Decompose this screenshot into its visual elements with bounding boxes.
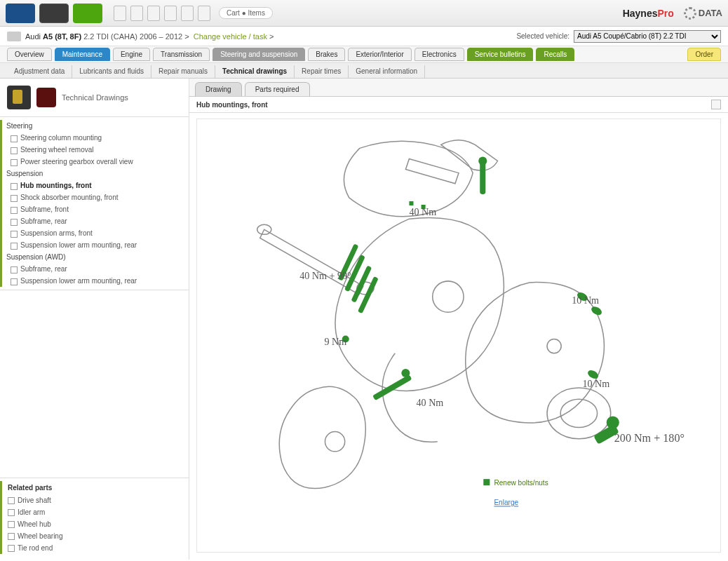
tree-item[interactable]: Suspension lower arm mounting, rear bbox=[0, 275, 189, 287]
tree-item-active[interactable]: Hub mountings, front bbox=[0, 180, 189, 191]
breadcrumb-sep: > bbox=[184, 32, 189, 41]
tab-engine[interactable]: Engine bbox=[113, 48, 150, 61]
doc-tab-parts[interactable]: Parts required bbox=[245, 82, 310, 96]
svg-rect-9 bbox=[409, 201, 413, 205]
tool-icon-6[interactable] bbox=[198, 6, 210, 21]
brand-data-text: DATA bbox=[699, 8, 722, 18]
tab-maintenance[interactable]: Maintenance bbox=[55, 48, 110, 61]
tree-item[interactable]: Subframe, rear bbox=[0, 263, 189, 275]
torque-label-c: 9 Nm bbox=[324, 336, 346, 347]
svg-point-19 bbox=[590, 305, 603, 317]
svg-point-17 bbox=[401, 369, 410, 377]
subtab-lubricants[interactable]: Lubricants and fluids bbox=[72, 65, 151, 78]
related-item[interactable]: Tie rod end bbox=[0, 542, 189, 554]
app-icon-green[interactable] bbox=[73, 4, 102, 23]
svg-rect-23 bbox=[483, 479, 490, 485]
tree-item[interactable]: Subframe, front bbox=[0, 203, 189, 215]
brand-data: DATA bbox=[684, 7, 722, 20]
svg-point-0 bbox=[433, 281, 464, 312]
tool-icon-2[interactable] bbox=[130, 6, 143, 21]
brand-haynes: HaynesPro bbox=[623, 8, 674, 19]
drawing-subicon bbox=[36, 88, 56, 107]
tab-exterior-interior[interactable]: Exterior/Interior bbox=[348, 48, 411, 61]
legend-text: Renew bolts/nuts bbox=[494, 479, 548, 487]
brand-haynes-text: Haynes bbox=[623, 8, 658, 19]
subtab-general-info[interactable]: General information bbox=[349, 65, 425, 78]
torque-label-e: 40 Nm bbox=[417, 397, 444, 408]
left-panel: Technical Drawings Steering Steering col… bbox=[0, 79, 189, 560]
tool-icons bbox=[114, 6, 210, 21]
tool-icon-5[interactable] bbox=[181, 6, 194, 21]
svg-rect-7 bbox=[480, 163, 485, 194]
doc-title: Hub mountings, front bbox=[196, 101, 268, 109]
tree-item[interactable]: Steering wheel removal bbox=[0, 144, 189, 156]
related-item[interactable]: Drive shaft bbox=[0, 494, 189, 506]
tool-icon-4[interactable] bbox=[164, 6, 177, 21]
torque-label-b: 40 Nm + 90° bbox=[299, 270, 351, 281]
tree-item[interactable]: Suspension arms, front bbox=[0, 227, 189, 239]
subtab-adjustment-data[interactable]: Adjustment data bbox=[7, 65, 72, 78]
tab-transmission[interactable]: Transmission bbox=[153, 48, 210, 61]
tab-service-bulletins[interactable]: Service bulletins bbox=[467, 48, 534, 61]
gear-icon bbox=[684, 7, 696, 20]
breadcrumb: Audi A5 (8T, 8F) 2.2 TDI (CAHA) 2006 – 2… bbox=[0, 27, 728, 46]
drawing-canvas[interactable]: 40 Nm 40 Nm + 90° 9 Nm 10 Nm 40 Nm 10 Nm… bbox=[196, 119, 721, 553]
related-item[interactable]: Idler arm bbox=[0, 506, 189, 518]
doc-title-row: Hub mountings, front bbox=[189, 97, 728, 113]
tree-group-steering[interactable]: Steering bbox=[0, 120, 189, 132]
main-panel: Drawing Parts required Hub mountings, fr… bbox=[189, 79, 728, 560]
user-chip[interactable]: Cart ● Items bbox=[219, 7, 273, 19]
tool-icon-3[interactable] bbox=[147, 6, 160, 21]
drawing-tree: Steering Steering column mounting Steeri… bbox=[0, 116, 189, 290]
tree-item[interactable]: Steering column mounting bbox=[0, 132, 189, 144]
torque-label-d: 10 Nm bbox=[572, 295, 599, 306]
svg-rect-16 bbox=[372, 374, 412, 400]
drawing-category-icon bbox=[7, 86, 31, 109]
svg-point-1 bbox=[325, 432, 344, 452]
svg-point-5 bbox=[547, 388, 611, 439]
breadcrumb-variant: 2.2 TDI (CAHA) 2006 – 2012 bbox=[83, 32, 182, 41]
svg-point-22 bbox=[607, 416, 619, 428]
torque-label-f: 10 Nm bbox=[582, 378, 609, 389]
tab-electronics[interactable]: Electronics bbox=[414, 48, 464, 61]
related-item[interactable]: Wheel hub bbox=[0, 518, 189, 530]
subtab-repair-manuals[interactable]: Repair manuals bbox=[151, 65, 215, 78]
app-icon-dark[interactable] bbox=[39, 4, 69, 23]
main-tabs: Overview Maintenance Engine Transmission… bbox=[0, 46, 728, 63]
app-icon-blue[interactable] bbox=[6, 4, 35, 23]
breadcrumb-model: A5 (8T, 8F) bbox=[43, 32, 81, 41]
torque-label-a: 40 Nm bbox=[409, 206, 436, 217]
expand-icon[interactable] bbox=[711, 100, 721, 109]
top-toolbar: Cart ● Items HaynesPro DATA bbox=[0, 0, 728, 27]
tree-item[interactable]: Subframe, rear bbox=[0, 215, 189, 227]
brand-area: HaynesPro DATA bbox=[623, 7, 722, 20]
subtab-technical-drawings[interactable]: Technical drawings bbox=[215, 65, 295, 78]
svg-point-4 bbox=[547, 339, 561, 353]
body: Technical Drawings Steering Steering col… bbox=[0, 79, 728, 560]
tool-icon-1[interactable] bbox=[114, 6, 126, 21]
tree-group-suspension[interactable]: Suspension bbox=[0, 168, 189, 180]
sub-tabs: Adjustment data Lubricants and fluids Re… bbox=[0, 63, 728, 79]
doc-tab-drawing[interactable]: Drawing bbox=[195, 82, 242, 96]
related-heading: Related parts bbox=[0, 481, 189, 494]
enlarge-link[interactable]: Enlarge bbox=[494, 499, 518, 506]
selected-vehicle-select[interactable]: Audi A5 Coupé/Cabrio (8T) 2.2 TDI bbox=[574, 30, 721, 43]
tab-brakes[interactable]: Brakes bbox=[308, 48, 345, 61]
change-vehicle-link[interactable]: Change vehicle / task bbox=[194, 32, 267, 41]
selected-vehicle-label: Selected vehicle: bbox=[516, 32, 569, 40]
tree-item[interactable]: Power steering gearbox overall view bbox=[0, 156, 189, 168]
svg-point-8 bbox=[478, 156, 487, 165]
tree-item[interactable]: Suspension lower arm mounting, rear bbox=[0, 239, 189, 251]
section-title: Technical Drawings bbox=[62, 93, 128, 102]
tree-group-suspension-awd[interactable]: Suspension (AWD) bbox=[0, 251, 189, 263]
tab-overview[interactable]: Overview bbox=[7, 48, 52, 61]
subtab-repair-times[interactable]: Repair times bbox=[295, 65, 349, 78]
tab-recalls[interactable]: Recalls bbox=[536, 48, 574, 61]
breadcrumb-make: Audi bbox=[25, 32, 41, 41]
tab-steering-suspension[interactable]: Steering and suspension bbox=[213, 48, 305, 61]
tab-order[interactable]: Order bbox=[687, 48, 721, 61]
related-item[interactable]: Wheel bearing bbox=[0, 530, 189, 542]
breadcrumb-arrow: > bbox=[269, 32, 274, 41]
car-icon bbox=[7, 32, 21, 41]
tree-item[interactable]: Shock absorber mounting, front bbox=[0, 191, 189, 203]
